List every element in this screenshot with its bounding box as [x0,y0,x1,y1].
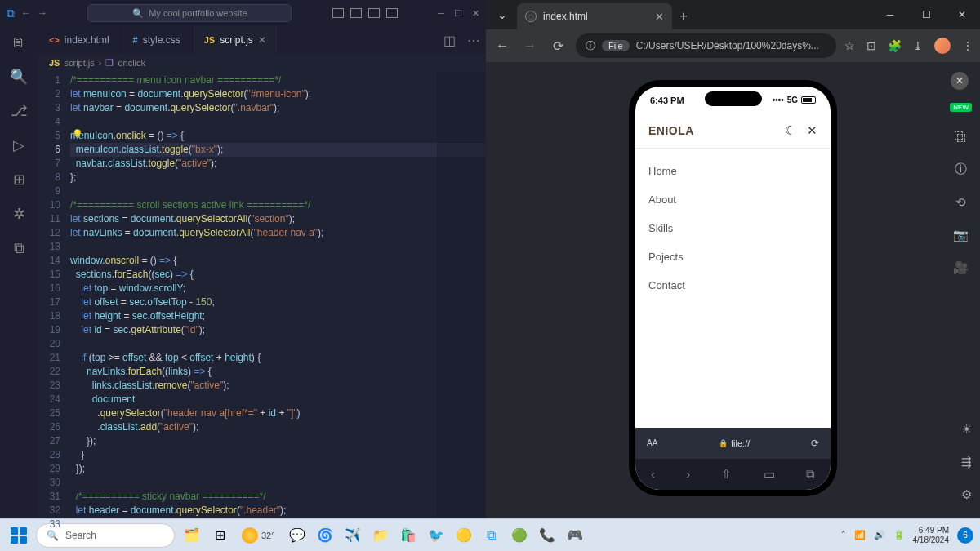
system-tray: ˄ 📶 🔊 🔋 6:49 PM 4/18/2024 6 [841,526,974,545]
reload-icon[interactable]: ⟳ [811,438,819,449]
chrome-icon[interactable]: 🟡 [452,523,476,548]
remote-icon[interactable]: ⧉ [9,238,29,258]
back-icon[interactable]: ‹ [651,467,655,481]
dark-mode-icon[interactable]: ☾ [785,123,795,138]
search-placeholder: Search [65,530,96,541]
downloads-icon[interactable]: ⤓ [913,39,923,52]
spotify-icon[interactable]: 🟢 [507,523,532,548]
extensions-icon[interactable]: 🧩 [888,39,902,52]
extensions-icon[interactable]: ⊞ [9,170,29,189]
tab-label: script.js [220,34,253,46]
telegram-icon[interactable]: ✈️ [341,523,365,548]
bookmarks-icon[interactable]: ▭ [764,467,775,482]
tab-style-css[interactable]: #style.css [122,26,193,54]
vscode-icon[interactable]: ⧉ [479,523,504,548]
status-network: 5G [787,96,798,104]
menu-close-icon[interactable]: ✕ [807,123,817,138]
devices-icon[interactable]: ⿻ [955,130,967,144]
task-view-icon[interactable]: ⊞ [207,523,232,548]
clock[interactable]: 6:49 PM 4/18/2024 [913,526,950,545]
tray-time: 6:49 PM [913,526,950,535]
tab-close-icon[interactable]: ✕ [258,34,266,46]
tabs-icon[interactable]: ⧉ [806,467,815,482]
install-icon[interactable]: ⊡ [866,39,876,52]
forward-icon[interactable]: → [520,38,540,53]
reload-icon[interactable]: ⟳ [548,38,568,54]
app-icon[interactable]: 🎮 [563,523,587,548]
refresh-icon[interactable]: ⟲ [956,195,966,210]
breadcrumb[interactable]: JSscript.js › ❒onclick [38,54,486,72]
chrome-window: ⌄ ◌ index.html ✕ + ─ ☐ ✕ ← → ⟳ ⓘ File C:… [486,0,980,518]
twitter-icon[interactable]: 🐦 [424,523,448,548]
browser-tab[interactable]: ◌ index.html ✕ [517,3,672,29]
info-icon[interactable]: ⓘ [955,162,967,177]
maximize-icon[interactable]: ☐ [908,0,944,29]
run-debug-icon[interactable]: ▷ [9,136,29,155]
minimap[interactable] [437,72,486,518]
safari-url: file:// [731,438,750,448]
record-icon[interactable]: 🎥 [953,260,969,275]
tab-search-icon[interactable]: ⌄ [491,3,514,26]
camera-icon[interactable]: 📷 [953,228,969,242]
search-icon[interactable]: 🔍 [9,67,29,87]
maximize-icon[interactable]: ☐ [454,8,462,19]
minimize-icon[interactable]: ─ [438,8,444,19]
explorer-icon[interactable]: 🗎 [9,33,29,52]
share-icon[interactable]: ⇶ [961,455,972,469]
start-button[interactable] [7,523,31,548]
vscode-logo-icon: ⧉ [7,7,15,20]
browser-viewport: ✕ NEW ⿻ ⓘ ⟲ 📷 🎥 ☀ ⇶ ⚙ 6:43 PM [486,62,980,518]
mobile-nav: HomeAboutSkillsPojectsContact [635,149,831,308]
volume-icon[interactable]: 🔊 [874,530,885,540]
brightness-icon[interactable]: ☀ [961,422,972,437]
lightbulb-icon[interactable]: 💡 [72,129,83,140]
close-icon[interactable]: ✕ [944,0,980,29]
site-info-icon[interactable]: ⓘ [586,39,595,53]
weather-widget[interactable]: 32° [242,527,275,544]
tab-close-icon[interactable]: ✕ [655,11,664,23]
share-icon[interactable]: ⇧ [721,467,732,482]
minimize-icon[interactable]: ─ [872,0,908,29]
source-control-icon[interactable]: ⎇ [9,101,29,121]
tab-script-js[interactable]: JSscript.js✕ [193,26,278,54]
copilot-icon[interactable]: ✲ [9,204,29,224]
widgets-icon[interactable]: 🗂️ [180,523,204,548]
split-editor-icon[interactable]: ◫ [437,26,461,54]
wifi-icon[interactable]: 📶 [854,530,866,540]
chevron-up-icon[interactable]: ˄ [841,530,846,540]
omnibox[interactable]: ⓘ File C:/Users/USER/Desktop/100%20days%… [576,33,836,58]
explorer-icon[interactable]: 📁 [368,523,393,548]
battery-icon[interactable]: 🔋 [893,530,905,540]
site-logo[interactable]: ENIOLA [648,124,694,137]
whatsapp-icon[interactable]: 📞 [535,523,559,548]
more-actions-icon[interactable]: ⋯ [461,26,486,54]
notification-badge[interactable]: 6 [957,527,973,544]
command-center[interactable]: 🔍 My cool portfolio website [87,4,292,22]
bookmark-icon[interactable]: ☆ [844,39,855,52]
tab-index-html[interactable]: <>index.html [38,26,122,54]
new-tab-button[interactable]: + [672,3,695,29]
forward-icon[interactable]: › [686,467,690,481]
nav-back-icon[interactable]: ← [21,7,31,19]
nav-item-home[interactable]: Home [648,157,817,185]
settings-icon[interactable]: ⚙ [961,487,972,502]
nav-item-pojects[interactable]: Pojects [648,242,817,271]
devtools-close-icon[interactable]: ✕ [951,72,969,90]
back-icon[interactable]: ← [492,38,512,53]
menu-icon[interactable]: ⋮ [962,39,973,52]
store-icon[interactable]: 🛍️ [396,523,421,548]
layout-controls[interactable] [332,8,398,18]
close-icon[interactable]: ✕ [472,8,479,19]
profile-avatar[interactable] [934,38,951,54]
nav-forward-icon[interactable]: → [38,7,47,19]
nav-item-contact[interactable]: Contact [648,271,817,300]
nav-item-about[interactable]: About [648,185,817,214]
lock-icon: 🔒 [719,439,728,447]
safari-url-bar[interactable]: AA 🔒file:// ⟳ [635,428,831,459]
edge-icon[interactable]: 🌀 [313,523,337,548]
nav-item-skills[interactable]: Skills [648,214,817,242]
code-editor[interactable]: 💡 12345678910111213141516171819202122232… [38,72,486,518]
app-header: ENIOLA ☾ ✕ [635,114,831,149]
teams-icon[interactable]: 💬 [285,523,310,548]
reader-icon[interactable]: AA [647,438,657,447]
